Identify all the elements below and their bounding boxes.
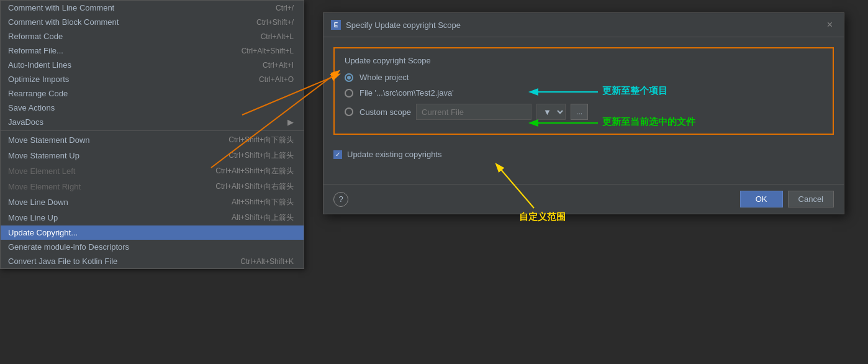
dialog-icon: E <box>331 20 341 30</box>
radio-label-custom-scope: Custom scope <box>359 107 411 117</box>
dialog-body: Update copyright Scope Whole project Fil… <box>323 37 844 184</box>
dialog-title: Specify Update copyright Scope <box>346 20 461 30</box>
custom-scope-row: Custom scope ▼ ... <box>359 104 588 120</box>
radio-custom-scope[interactable] <box>345 107 353 116</box>
menu-item-shortcut: Ctrl+Alt+Shift+向右箭头 <box>215 181 294 192</box>
menu-item-reformat-code[interactable]: Reformat Code Ctrl+Alt+L <box>1 29 304 43</box>
menu-item-label: Reformat Code <box>8 32 63 41</box>
menu-item-shortcut: Ctrl+Alt+Shift+L <box>242 47 294 55</box>
menu-item-rearrange-code[interactable]: Rearrange Code <box>1 86 304 101</box>
menu-item-shortcut: Ctrl+Shift+向下箭头 <box>228 135 294 145</box>
menu-item-comment-line[interactable]: Comment with Line Comment Ctrl+/ <box>1 1 304 15</box>
dialog-titlebar: E Specify Update copyright Scope × <box>323 13 844 37</box>
cancel-button[interactable]: Cancel <box>788 191 834 207</box>
menu-item-generate-module[interactable]: Generate module-info Descriptors <box>1 240 304 254</box>
update-copyright-dialog: E Specify Update copyright Scope × Updat… <box>323 12 844 214</box>
menu-item-shortcut: Ctrl+Alt+O <box>259 75 294 84</box>
custom-scope-input[interactable] <box>416 104 531 120</box>
menu-item-move-stmt-up[interactable]: Move Statement Up Ctrl+Shift+向上箭头 <box>1 148 304 163</box>
scope-box: Update copyright Scope Whole project Fil… <box>333 47 834 135</box>
menu-item-label: Optimize Imports <box>8 75 69 84</box>
custom-scope-dropdown[interactable]: ▼ <box>536 104 566 120</box>
menu-item-label: Comment with Line Comment <box>8 3 114 12</box>
radio-label-whole-project: Whole project <box>359 73 409 82</box>
context-menu: Comment with Line Comment Ctrl+/ Comment… <box>0 0 304 269</box>
menu-item-label: Move Line Down <box>8 198 68 207</box>
dialog-titlebar-left: E Specify Update copyright Scope <box>331 20 461 30</box>
menu-item-move-elem-right[interactable]: Move Element Right Ctrl+Alt+Shift+向右箭头 <box>1 179 304 194</box>
menu-item-shortcut: Alt+Shift+向下箭头 <box>232 197 294 207</box>
menu-separator <box>1 130 304 131</box>
footer-buttons: OK Cancel <box>740 191 834 207</box>
menu-item-shortcut: Ctrl+/ <box>276 4 294 12</box>
help-button[interactable]: ? <box>333 192 348 207</box>
menu-item-label: Move Statement Down <box>8 135 90 145</box>
menu-item-label: Generate module-info Descriptors <box>8 242 129 252</box>
menu-item-shortcut: Alt+Shift+向上箭头 <box>232 212 294 223</box>
menu-item-optimize-imports[interactable]: Optimize Imports Ctrl+Alt+O <box>1 72 304 86</box>
menu-item-label: JavaDocs <box>8 117 43 127</box>
menu-item-label: Move Statement Up <box>8 151 79 160</box>
radio-option-custom-scope[interactable]: Custom scope ▼ ... <box>345 104 823 120</box>
menu-item-label: Update Copyright... <box>8 228 78 237</box>
menu-item-shortcut: Ctrl+Shift+向上箭头 <box>228 150 294 161</box>
update-existing-label: Update existing copyrights <box>347 150 441 159</box>
menu-item-convert-kotlin[interactable]: Convert Java File to Kotlin File Ctrl+Al… <box>1 254 304 268</box>
menu-item-shortcut: Ctrl+Alt+Shift+K <box>240 257 294 266</box>
menu-item-shortcut: Ctrl+Shift+/ <box>256 18 294 27</box>
menu-item-label: Save Actions <box>8 103 55 112</box>
menu-item-label: Move Element Left <box>8 166 75 176</box>
custom-scope-extra-button[interactable]: ... <box>571 104 588 120</box>
menu-item-shortcut: Ctrl+Alt+Shift+向左箭头 <box>215 166 294 176</box>
menu-item-shortcut: Ctrl+Alt+L <box>261 32 294 41</box>
update-existing-checkbox[interactable] <box>333 150 342 159</box>
submenu-arrow-icon: ▶ <box>287 117 294 127</box>
menu-item-javadocs[interactable]: JavaDocs ▶ <box>1 115 304 129</box>
menu-item-move-stmt-down[interactable]: Move Statement Down Ctrl+Shift+向下箭头 <box>1 132 304 148</box>
menu-item-reformat-file[interactable]: Reformat File... Ctrl+Alt+Shift+L <box>1 43 304 58</box>
scope-box-title: Update copyright Scope <box>345 56 823 65</box>
menu-item-comment-block[interactable]: Comment with Block Comment Ctrl+Shift+/ <box>1 15 304 29</box>
menu-item-move-line-down[interactable]: Move Line Down Alt+Shift+向下箭头 <box>1 194 304 210</box>
menu-item-label: Comment with Block Comment <box>8 17 119 27</box>
menu-item-label: Rearrange Code <box>8 89 68 98</box>
menu-item-label: Convert Java File to Kotlin File <box>8 257 117 266</box>
checkbox-row-update-existing[interactable]: Update existing copyrights <box>333 145 834 164</box>
ok-button[interactable]: OK <box>740 191 783 207</box>
menu-item-shortcut: Ctrl+Alt+I <box>263 61 294 70</box>
menu-item-label: Move Line Up <box>8 213 58 222</box>
menu-item-save-actions[interactable]: Save Actions <box>1 101 304 115</box>
radio-current-file[interactable] <box>345 89 353 98</box>
menu-item-move-elem-left[interactable]: Move Element Left Ctrl+Alt+Shift+向左箭头 <box>1 163 304 179</box>
radio-whole-project[interactable] <box>345 73 353 82</box>
dialog-footer: ? OK Cancel <box>323 184 844 214</box>
radio-label-current-file: File '...\src\com\Test2.java' <box>359 88 454 98</box>
menu-item-label: Move Element Right <box>8 182 81 191</box>
menu-item-update-copyright[interactable]: Update Copyright... <box>1 225 304 240</box>
menu-item-auto-indent[interactable]: Auto-Indent Lines Ctrl+Alt+I <box>1 58 304 72</box>
menu-item-label: Reformat File... <box>8 46 63 55</box>
menu-item-label: Auto-Indent Lines <box>8 60 71 70</box>
radio-option-current-file[interactable]: File '...\src\com\Test2.java' <box>345 88 823 98</box>
radio-option-whole-project[interactable]: Whole project <box>345 73 823 82</box>
dialog-close-button[interactable]: × <box>823 18 836 32</box>
menu-item-move-line-up[interactable]: Move Line Up Alt+Shift+向上箭头 <box>1 210 304 225</box>
